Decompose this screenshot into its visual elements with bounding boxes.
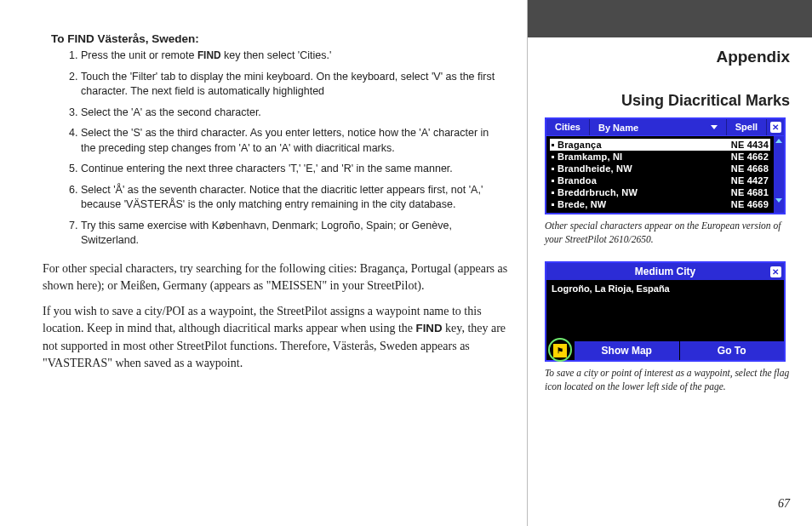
device2-body: Logroño, La Rioja, España xyxy=(546,280,784,341)
bullet-icon xyxy=(552,144,554,146)
section-title: Using Diacritical Marks xyxy=(621,92,790,110)
city-distance: NE 4681 xyxy=(716,187,769,197)
tab-spell[interactable]: Spell xyxy=(727,119,767,135)
find-key-bold: FIND xyxy=(416,322,443,334)
city-name: Breddrbruch, NW xyxy=(558,187,716,197)
instruction-step: Select the 'A' as the second character. xyxy=(81,106,510,121)
device1-header: Cities By Name Spell ✕ xyxy=(546,119,784,136)
city-distance: NE 4669 xyxy=(716,199,769,209)
chevron-down-icon xyxy=(711,125,718,129)
city-list-row[interactable]: Bramkamp, NINE 4662 xyxy=(550,151,770,163)
instruction-heading: To FIND Västerås, Sweden: xyxy=(51,32,510,45)
city-name: Brandoa xyxy=(558,175,716,186)
instruction-step: Try this same exercise with København, D… xyxy=(81,219,510,249)
manual-page: To FIND Västerås, Sweden: Press the unit… xyxy=(0,0,812,526)
left-column: To FIND Västerås, Sweden: Press the unit… xyxy=(0,0,528,526)
city-distance: NE 4427 xyxy=(716,175,769,186)
scroll-down-icon[interactable] xyxy=(774,196,784,204)
flag-button[interactable]: ⚑ xyxy=(546,341,574,360)
city-name: Bragança xyxy=(558,140,716,150)
instruction-step: Select 'Å' as the seventh character. Not… xyxy=(81,183,510,213)
city-list: BragançaNE 4434Bramkamp, NINE 4662Brandh… xyxy=(546,136,774,213)
tab-sort-label: By Name xyxy=(598,123,638,133)
city-name: Brede, NW xyxy=(558,199,716,209)
bullet-icon xyxy=(552,192,554,194)
city-list-row[interactable]: BragançaNE 4434 xyxy=(550,139,770,151)
header-bar xyxy=(528,0,812,37)
bullet-icon xyxy=(552,168,554,170)
device-screenshot-cities: Cities By Name Spell ✕ BragançaNE 4434Br… xyxy=(545,117,786,214)
instruction-step: Touch the 'Filter' tab to display the mi… xyxy=(81,70,510,100)
right-column: Appendix Using Diacritical Marks Cities … xyxy=(528,0,812,526)
city-list-row[interactable]: Brede, NWNE 4669 xyxy=(550,198,770,210)
city-distance: NE 4662 xyxy=(716,152,769,162)
bullet-icon xyxy=(552,156,554,158)
scrollbar[interactable] xyxy=(774,136,784,213)
device2-header: Medium City ✕ xyxy=(546,263,784,280)
go-to-button[interactable]: Go To xyxy=(679,341,785,360)
instruction-step: Select the 'S' as the third character. A… xyxy=(81,126,510,156)
instruction-steps: Press the unit or remote FIND key then s… xyxy=(81,49,510,249)
scroll-up-icon[interactable] xyxy=(774,136,784,145)
bullet-icon xyxy=(552,180,554,182)
tab-sort[interactable]: By Name xyxy=(590,119,727,135)
screenshots-area: Cities By Name Spell ✕ BragançaNE 4434Br… xyxy=(545,117,792,409)
bullet-icon xyxy=(552,203,554,206)
city-detail-line: Logroño, La Rioja, España xyxy=(552,283,670,294)
device2-footer: ⚑ Show Map Go To xyxy=(546,341,784,360)
caption-1: Other special characters appear on the E… xyxy=(545,220,792,246)
close-icon: ✕ xyxy=(770,122,781,133)
city-list-row[interactable]: Brandheide, NWNE 4668 xyxy=(550,163,770,174)
close-button[interactable]: ✕ xyxy=(767,119,784,135)
city-distance: NE 4434 xyxy=(716,140,769,150)
heading-city: Västerås, Sweden: xyxy=(98,32,199,45)
instruction-step: Press the unit or remote FIND key then s… xyxy=(81,49,510,64)
page-number: 67 xyxy=(778,497,790,511)
appendix-title: Appendix xyxy=(716,48,790,66)
close-button-2[interactable]: ✕ xyxy=(767,263,784,280)
show-map-button[interactable]: Show Map xyxy=(574,341,679,360)
instruction-step: Continue entering the next three charact… xyxy=(81,162,510,177)
city-list-row[interactable]: BrandoaNE 4427 xyxy=(550,174,770,186)
body-paragraph-1: For other special characters, try search… xyxy=(43,260,510,295)
device-screenshot-city-detail: Medium City ✕ Logroño, La Rioja, España … xyxy=(545,261,786,362)
body-paragraph-2: If you wish to save a city/POI as a wayp… xyxy=(43,303,510,372)
city-distance: NE 4668 xyxy=(716,163,769,174)
city-name: Brandheide, NW xyxy=(558,163,716,174)
caption-2: To save a city or point of interest as a… xyxy=(545,367,792,393)
device1-body-row: BragançaNE 4434Bramkamp, NINE 4662Brandh… xyxy=(546,136,784,213)
device2-title: Medium City xyxy=(563,266,767,277)
city-name: Bramkamp, NI xyxy=(558,152,716,162)
city-list-row[interactable]: Breddrbruch, NWNE 4681 xyxy=(550,186,770,198)
flag-icon: ⚑ xyxy=(553,344,567,357)
tab-cities[interactable]: Cities xyxy=(546,119,590,135)
heading-prefix: To FIND xyxy=(51,32,98,45)
close-icon: ✕ xyxy=(770,266,781,277)
